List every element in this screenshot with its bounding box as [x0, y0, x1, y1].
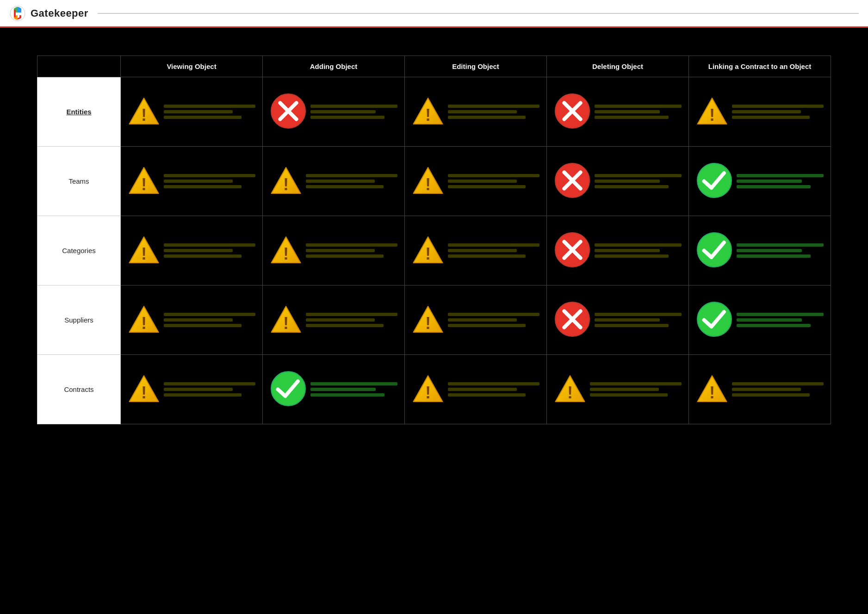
svg-text:!: !	[567, 383, 573, 402]
cell-inner: !	[547, 368, 688, 411]
warning-icon: !	[696, 372, 728, 407]
cell-teams-col3	[547, 147, 689, 216]
row-label-entities: Entities	[37, 77, 121, 147]
cell-inner: !	[121, 229, 262, 273]
table-row-teams: Teams ! !	[37, 147, 831, 216]
row-label-categories: Categories	[37, 216, 121, 285]
svg-text:!: !	[141, 105, 147, 124]
svg-text:!: !	[425, 314, 431, 333]
warning-icon: !	[412, 164, 444, 198]
cell-entities-col3	[547, 77, 689, 147]
error-icon	[270, 93, 307, 131]
cell-categories-col3	[547, 216, 689, 285]
warning-icon: !	[270, 303, 302, 337]
cell-inner: !	[689, 90, 831, 134]
table-row-suppliers: Suppliers ! !	[37, 285, 831, 355]
cell-inner: !	[263, 160, 404, 203]
cell-inner: !	[121, 160, 262, 203]
cell-inner: !	[405, 368, 546, 411]
warning-icon: !	[412, 303, 444, 337]
svg-text:!: !	[141, 383, 147, 402]
cell-teams-col1: !	[263, 147, 405, 216]
warning-icon: !	[128, 372, 160, 407]
cell-contracts-col0: !	[121, 355, 263, 424]
warning-icon: !	[412, 372, 444, 407]
cell-contracts-col3: !	[547, 355, 689, 424]
warning-icon: !	[412, 234, 444, 268]
cell-entities-col1	[263, 77, 405, 147]
app-title: Gatekeeper	[31, 7, 88, 19]
warning-icon: !	[412, 95, 444, 129]
error-icon	[554, 162, 591, 201]
table-row-contracts: Contracts !	[37, 355, 831, 424]
cell-suppliers-col2: !	[405, 285, 547, 355]
cell-inner	[547, 227, 688, 275]
warning-icon: !	[128, 164, 160, 198]
col-header-empty	[37, 56, 121, 77]
cell-teams-col0: !	[121, 147, 263, 216]
row-label-teams: Teams	[37, 147, 121, 216]
cell-inner: !	[405, 160, 546, 203]
svg-text:!: !	[425, 383, 431, 402]
cell-entities-col0: !	[121, 77, 263, 147]
table-row-entities: Entities !	[37, 77, 831, 147]
svg-text:!: !	[425, 175, 431, 194]
table-row-categories: Categories ! !	[37, 216, 831, 285]
success-icon	[696, 162, 733, 201]
cell-inner	[263, 88, 404, 136]
success-icon	[696, 231, 733, 270]
cell-categories-col1: !	[263, 216, 405, 285]
cell-inner: !	[121, 368, 262, 411]
col-header-viewing: Viewing Object	[121, 56, 263, 77]
cell-teams-col2: !	[405, 147, 547, 216]
cell-inner: !	[405, 298, 546, 342]
svg-text:!: !	[709, 383, 715, 402]
cell-inner	[689, 157, 831, 205]
cell-suppliers-col0: !	[121, 285, 263, 355]
svg-text:!: !	[283, 314, 289, 333]
svg-text:!: !	[709, 105, 715, 124]
cell-contracts-col4: !	[689, 355, 831, 424]
success-icon	[270, 370, 307, 409]
warning-icon: !	[128, 303, 160, 337]
cell-contracts-col1	[263, 355, 405, 424]
cell-inner: !	[405, 90, 546, 134]
cell-inner	[547, 88, 688, 136]
cell-inner: !	[121, 298, 262, 342]
header-divider	[98, 13, 859, 14]
svg-text:!: !	[425, 244, 431, 263]
cell-entities-col2: !	[405, 77, 547, 147]
warning-icon: !	[270, 164, 302, 198]
col-header-deleting: Deleting Object	[547, 56, 689, 77]
cell-inner	[689, 227, 831, 275]
cell-inner: !	[263, 229, 404, 273]
cell-inner: !	[405, 229, 546, 273]
svg-text:!: !	[283, 175, 289, 194]
error-icon	[554, 231, 591, 270]
cell-suppliers-col3	[547, 285, 689, 355]
col-header-linking: Linking a Contract to an Object	[689, 56, 831, 77]
cell-inner	[547, 157, 688, 205]
row-label-contracts: Contracts	[37, 355, 121, 424]
gatekeeper-logo-icon	[9, 5, 26, 22]
main-content: Viewing Object Adding Object Editing Obj…	[0, 28, 868, 452]
warning-icon: !	[128, 234, 160, 268]
cell-inner	[689, 296, 831, 344]
cell-categories-col2: !	[405, 216, 547, 285]
cell-inner	[547, 296, 688, 344]
cell-inner: !	[121, 90, 262, 134]
svg-text:!: !	[141, 244, 147, 263]
success-icon	[696, 301, 733, 340]
cell-categories-col4	[689, 216, 831, 285]
warning-icon: !	[128, 95, 160, 129]
svg-text:!: !	[283, 244, 289, 263]
permissions-table-container: Viewing Object Adding Object Editing Obj…	[37, 56, 831, 424]
warning-icon: !	[554, 372, 586, 407]
cell-entities-col4: !	[689, 77, 831, 147]
warning-icon: !	[696, 95, 728, 129]
cell-suppliers-col4	[689, 285, 831, 355]
svg-text:!: !	[141, 314, 147, 333]
cell-inner: !	[263, 298, 404, 342]
app-header: Gatekeeper	[0, 0, 868, 28]
cell-teams-col4	[689, 147, 831, 216]
